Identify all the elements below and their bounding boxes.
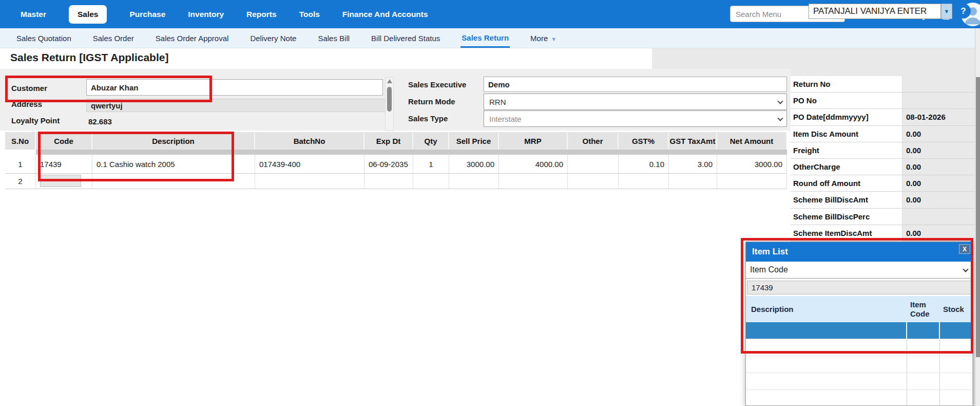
round-off-value[interactable]: 0.00: [902, 175, 975, 191]
po-no-value[interactable]: [902, 93, 975, 108]
cell-item-code: [907, 390, 940, 406]
cell-sell-price[interactable]: [449, 174, 499, 189]
summary-row-freight: Freight 0.00: [791, 142, 975, 159]
cell-other[interactable]: [568, 174, 619, 189]
help-button[interactable]: ?: [956, 4, 971, 19]
cell-net-amount[interactable]: [717, 174, 787, 189]
more-label: More: [530, 34, 548, 43]
cell-batchno[interactable]: 017439-400: [255, 155, 364, 173]
item-list-row-selected[interactable]: [746, 322, 973, 339]
item-row-1[interactable]: 1 17439 0.1 Cashio watch 2005 017439-400…: [5, 155, 787, 174]
menu-item-sales[interactable]: Sales: [69, 5, 107, 24]
item-list-row[interactable]: [746, 339, 973, 356]
cell-sell-price[interactable]: 3000.00: [449, 155, 499, 173]
cell-description[interactable]: 0.1 Cashio watch 2005: [92, 155, 255, 173]
menu-item-reports[interactable]: Reports: [246, 10, 277, 19]
tab-sales-return[interactable]: Sales Return: [460, 29, 510, 48]
tab-sales-quotation[interactable]: Sales Quotation: [15, 29, 72, 47]
scheme-billdiscperc-label: Scheme BillDiscPerc: [791, 209, 902, 225]
cell-exp-dt[interactable]: 06-09-2035: [364, 155, 413, 173]
tab-sales-bill[interactable]: Sales Bill: [317, 29, 351, 47]
menu-item-tools[interactable]: Tools: [299, 10, 320, 19]
cell-net-amount[interactable]: 3000.00: [717, 155, 787, 173]
cell-qty[interactable]: 1: [413, 155, 449, 173]
customer-input[interactable]: Abuzar Khan: [86, 79, 383, 96]
loyalty-point-value: 82.683: [88, 117, 112, 126]
item-row-2[interactable]: 2: [5, 174, 787, 189]
cell-gst-taxamt[interactable]: 3.00: [669, 155, 717, 173]
po-date-value[interactable]: 08-01-2026: [902, 109, 975, 125]
po-no-label: PO No: [791, 93, 902, 108]
summary-row-round-off: Round off Amount 0.00: [791, 175, 975, 192]
code-entry-input[interactable]: [40, 175, 81, 187]
sales-executive-input[interactable]: Demo: [484, 77, 787, 92]
scheme-billdiscamt-value[interactable]: 0.00: [902, 192, 975, 208]
freight-value[interactable]: 0.00: [902, 142, 975, 158]
col-net-amount: Net Amount: [717, 132, 787, 150]
page-scrollbar[interactable]: [975, 28, 980, 406]
item-disc-value[interactable]: 0.00: [902, 126, 975, 142]
cell-description: [746, 339, 907, 356]
address-input[interactable]: qwertyuj: [86, 99, 388, 112]
scheme-billdiscamt-label: Scheme BillDiscAmt: [791, 192, 902, 208]
return-mode-select[interactable]: RRN: [484, 94, 787, 110]
scrollbar-thumb[interactable]: [387, 87, 392, 112]
close-icon[interactable]: X: [959, 244, 970, 254]
cell-batchno[interactable]: [255, 174, 364, 189]
cell-exp-dt[interactable]: [364, 174, 413, 189]
item-search-by-select[interactable]: Item Code: [746, 262, 973, 279]
loyalty-point-label: Loyalty Point: [11, 116, 60, 125]
cell-description: [746, 356, 907, 373]
cell-gst-pct[interactable]: [619, 174, 669, 189]
scroll-up-icon[interactable]: [387, 79, 392, 83]
cell-qty[interactable]: [413, 174, 449, 189]
company-selector[interactable]: PATANJALI VANIJYA ENTER: [809, 4, 941, 19]
cell-code[interactable]: [36, 174, 92, 189]
item-list-row[interactable]: [746, 390, 973, 406]
cell-other[interactable]: [568, 155, 619, 173]
col-gst-taxamt: GST TaxAmt: [669, 132, 717, 150]
col-description: Description: [746, 296, 907, 322]
scrollbar-thumb[interactable]: [976, 77, 980, 357]
col-batchno: BatchNo: [255, 132, 364, 150]
cell-code[interactable]: 17439: [36, 155, 92, 173]
company-selector-dropdown-icon[interactable]: ▼: [941, 4, 952, 19]
scheme-itemdiscamt-value[interactable]: 0.00: [902, 225, 975, 241]
item-code-search-input[interactable]: 17439: [747, 281, 972, 294]
tab-sales-order-approval[interactable]: Sales Order Approval: [155, 29, 230, 47]
tab-delivery-note[interactable]: Delivery Note: [249, 29, 297, 47]
customer-label: Customer: [11, 84, 47, 93]
scheme-itemdiscamt-label: Scheme ItemDiscAmt: [791, 225, 902, 241]
cell-gst-taxamt[interactable]: [669, 174, 717, 189]
scheme-billdiscperc-value[interactable]: [902, 209, 975, 225]
cell-item-code: [907, 356, 940, 373]
sales-type-value: Interstate: [489, 115, 522, 123]
menu-item-inventory[interactable]: Inventory: [188, 10, 224, 19]
chevron-down-icon: [777, 115, 783, 121]
cell-stock: [940, 390, 973, 406]
tab-sales-order[interactable]: Sales Order: [92, 29, 135, 47]
tab-more[interactable]: More▼: [529, 29, 558, 47]
form-scrollbar[interactable]: [385, 77, 394, 131]
chevron-down-icon: ▼: [551, 36, 556, 42]
other-charge-value[interactable]: 0.00: [902, 159, 975, 175]
cell-mrp[interactable]: [499, 174, 568, 189]
other-charge-label: OtherCharge: [791, 159, 902, 175]
summary-row-scheme-itemdiscamt: Scheme ItemDiscAmt 0.00: [791, 225, 975, 242]
sales-type-label: Sales Type: [408, 114, 448, 123]
menu-item-master[interactable]: Master: [21, 10, 46, 19]
menu-item-finance-accounts[interactable]: Finance And Accounts: [342, 10, 428, 19]
item-list-row[interactable]: [746, 356, 973, 373]
sales-type-select[interactable]: Interstate: [484, 110, 787, 127]
cell-mrp[interactable]: 4000.00: [499, 155, 568, 173]
col-code: Code: [36, 132, 92, 150]
menu-item-purchase[interactable]: Purchase: [129, 10, 165, 19]
tab-bill-delivered-status[interactable]: Bill Delivered Status: [370, 29, 441, 47]
col-sell-price: Sell Price: [449, 132, 499, 150]
return-no-value[interactable]: [902, 76, 975, 92]
cell-description[interactable]: [92, 174, 255, 189]
cell-description: [746, 390, 907, 406]
item-list-row[interactable]: [746, 373, 973, 390]
summary-row-scheme-billdiscperc: Scheme BillDiscPerc: [791, 209, 975, 225]
cell-gst-pct[interactable]: 0.10: [619, 155, 669, 173]
